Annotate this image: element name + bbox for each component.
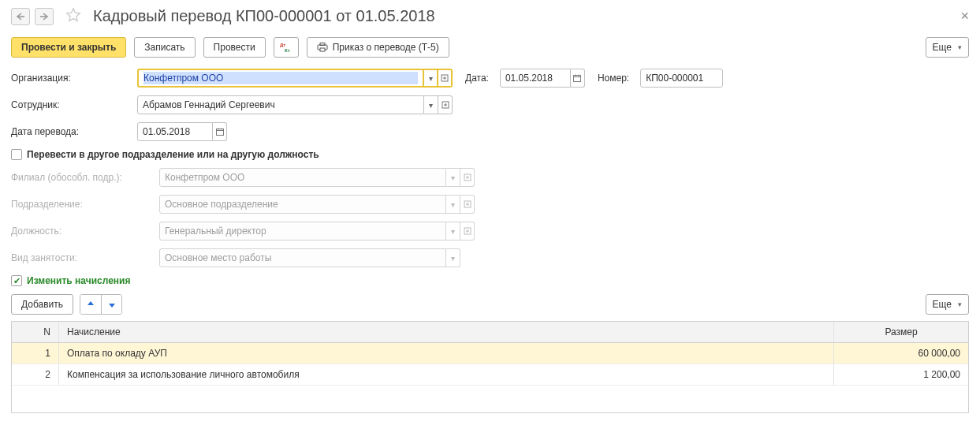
organization-dropdown-button[interactable]: ▾ <box>424 69 438 88</box>
department-open-button <box>460 195 475 214</box>
col-size-header[interactable]: Размер <box>834 322 968 342</box>
more-label-table: Еще <box>933 299 952 310</box>
favorite-star-icon[interactable] <box>65 6 82 26</box>
employment-dropdown-button: ▾ <box>446 248 460 267</box>
position-input: Генеральный директор <box>159 222 446 241</box>
nav-back-button[interactable] <box>11 8 30 25</box>
branch-open-button <box>460 168 475 187</box>
post-label: Провести <box>214 42 255 53</box>
move-row-group <box>80 294 122 315</box>
organization-value: Конфетпром ООО <box>143 72 418 84</box>
transfer-subdivision-label: Перевести в другое подразделение или на … <box>27 149 319 160</box>
employee-open-button[interactable] <box>438 95 453 114</box>
more-button-table[interactable]: Еще▾ <box>926 294 969 315</box>
chevron-down-icon: ▾ <box>958 43 962 51</box>
employee-dropdown-button[interactable]: ▾ <box>424 95 438 114</box>
branch-dropdown-button: ▾ <box>446 168 460 187</box>
employee-value: Абрамов Геннадий Сергеевич <box>143 99 419 110</box>
employee-input[interactable]: Абрамов Геннадий Сергеевич <box>137 95 424 114</box>
add-row-button[interactable]: Добавить <box>11 294 73 315</box>
table-empty-area <box>12 386 968 412</box>
close-button[interactable]: × <box>960 8 969 24</box>
transfer-date-calendar-button[interactable] <box>213 122 227 141</box>
table-row[interactable]: 1 Оплата по окладу АУП 60 000,00 <box>12 343 968 364</box>
change-accruals-label: Изменить начисления <box>27 275 130 286</box>
print-order-button[interactable]: Приказ о переводе (Т-5) <box>307 37 449 58</box>
dtkt-icon: Дт Кт <box>280 42 293 53</box>
position-dropdown-button: ▾ <box>446 222 460 241</box>
svg-rect-13 <box>216 129 223 136</box>
organization-label: Организация: <box>11 73 129 84</box>
add-row-label: Добавить <box>21 299 63 310</box>
post-and-close-label: Провести и закрыть <box>21 42 116 53</box>
department-value: Основное подразделение <box>165 199 441 210</box>
organization-input[interactable]: Конфетпром ООО <box>137 69 424 88</box>
svg-text:Дт: Дт <box>280 43 285 47</box>
branch-label: Филиал (обособл. подр.): <box>11 172 151 183</box>
date-calendar-button[interactable] <box>571 69 585 88</box>
cell-size: 60 000,00 <box>834 343 968 364</box>
number-input[interactable]: КП00-000001 <box>640 69 723 88</box>
position-open-button <box>460 222 475 241</box>
svg-rect-5 <box>320 43 325 46</box>
transfer-date-value: 01.05.2018 <box>143 126 207 137</box>
transfer-date-input[interactable]: 01.05.2018 <box>137 122 213 141</box>
change-accruals-checkbox[interactable] <box>11 275 22 286</box>
date-input[interactable]: 01.05.2018 <box>500 69 571 88</box>
organization-open-button[interactable] <box>438 69 453 88</box>
branch-value: Конфетпром ООО <box>165 172 441 183</box>
svg-rect-6 <box>320 48 325 51</box>
dtkt-button[interactable]: Дт Кт <box>274 37 299 58</box>
post-and-close-button[interactable]: Провести и закрыть <box>11 37 126 58</box>
transfer-date-label: Дата перевода: <box>11 126 153 137</box>
svg-rect-8 <box>574 76 581 82</box>
cell-n: 1 <box>12 343 59 364</box>
branch-input: Конфетпром ООО <box>159 168 446 187</box>
cell-n: 2 <box>12 364 59 385</box>
position-value: Генеральный директор <box>165 226 441 237</box>
table-row[interactable]: 2 Компенсация за использование личного а… <box>12 364 968 386</box>
cell-name: Компенсация за использование личного авт… <box>59 364 834 385</box>
department-input: Основное подразделение <box>159 195 446 214</box>
more-label-top: Еще <box>933 42 952 53</box>
move-up-button[interactable] <box>80 295 101 314</box>
page-title: Кадровый перевод КП00-000001 от 01.05.20… <box>93 7 435 25</box>
print-order-label: Приказ о переводе (Т-5) <box>333 42 439 53</box>
col-name-header[interactable]: Начисление <box>59 322 834 342</box>
move-down-button[interactable] <box>101 295 121 314</box>
employee-label: Сотрудник: <box>11 99 129 110</box>
department-label: Подразделение: <box>11 199 151 210</box>
employment-input: Основное место работы <box>159 248 446 267</box>
accruals-table: N Начисление Размер 1 Оплата по окладу А… <box>11 321 969 413</box>
date-label: Дата: <box>465 73 489 84</box>
save-label: Записать <box>144 42 184 53</box>
number-value: КП00-000001 <box>646 73 717 84</box>
date-value: 01.05.2018 <box>505 73 565 84</box>
svg-text:Кт: Кт <box>285 48 290 53</box>
printer-icon <box>317 43 328 52</box>
employment-label: Вид занятости: <box>11 252 151 263</box>
post-button[interactable]: Провести <box>203 37 266 58</box>
cell-size: 1 200,00 <box>834 364 968 385</box>
cell-name: Оплата по окладу АУП <box>59 343 834 364</box>
more-button-top[interactable]: Еще▾ <box>926 37 969 58</box>
number-label: Номер: <box>598 73 629 84</box>
transfer-subdivision-checkbox[interactable] <box>11 149 22 160</box>
employment-value: Основное место работы <box>165 252 441 263</box>
save-button[interactable]: Записать <box>134 37 195 58</box>
col-n-header[interactable]: N <box>12 322 59 342</box>
position-label: Должность: <box>11 226 151 237</box>
chevron-down-icon: ▾ <box>958 300 962 308</box>
department-dropdown-button: ▾ <box>446 195 460 214</box>
nav-forward-button[interactable] <box>35 8 54 25</box>
table-header: N Начисление Размер <box>12 322 968 343</box>
